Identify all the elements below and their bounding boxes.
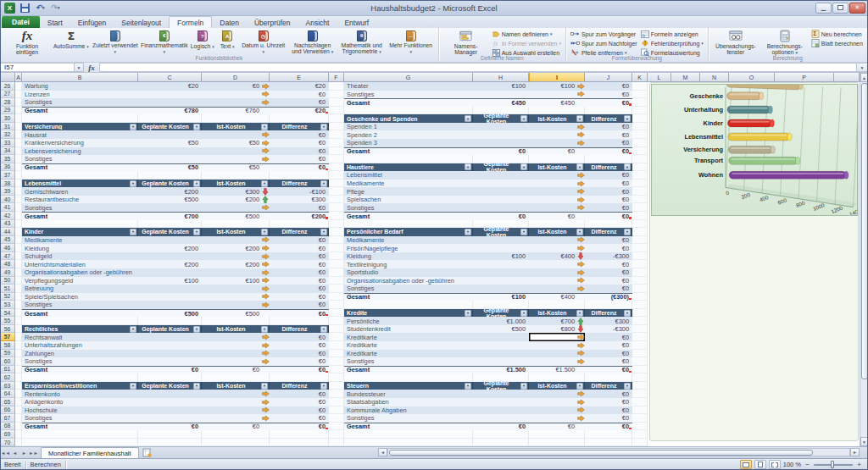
name-box[interactable]: I57 xyxy=(0,63,75,72)
grid-cell-planned[interactable]: €200 xyxy=(138,260,202,268)
nachschlagen-und-verweisen-button[interactable]: Nachschlagen und Verweisen ▾ xyxy=(288,29,337,55)
grid-cell-diff[interactable]: €0 xyxy=(585,244,632,252)
grid-cell[interactable] xyxy=(529,439,585,447)
filter-button[interactable]: ▼ xyxy=(624,229,631,235)
filter-button[interactable]: ▼ xyxy=(520,115,527,122)
filter-button[interactable]: ▼ xyxy=(465,310,471,317)
grid-cell[interactable] xyxy=(15,228,22,236)
row-header-57[interactable]: 57 xyxy=(0,333,15,341)
grid-cell-label[interactable]: Theater xyxy=(344,82,473,91)
grid-cell[interactable] xyxy=(22,220,138,229)
grid-cell[interactable] xyxy=(329,293,344,301)
grid-cell-planned[interactable]: €100 xyxy=(473,293,529,301)
grid-cell-diff[interactable]: €0 xyxy=(585,341,632,350)
grid-cell-diff[interactable]: €0 xyxy=(270,301,329,309)
grid-cell[interactable] xyxy=(329,333,344,341)
grid-cell[interactable] xyxy=(329,220,344,229)
grid-cell-planned[interactable] xyxy=(138,147,202,156)
grid-cell[interactable] xyxy=(329,252,344,261)
grid-cell-label[interactable]: Gesamt xyxy=(344,147,473,156)
grid-cell[interactable] xyxy=(329,366,344,374)
zoom-level[interactable]: 100 % xyxy=(783,461,801,468)
grid-cell[interactable] xyxy=(632,203,648,212)
grid-cell-planned[interactable]: €50 xyxy=(138,163,202,172)
grid-cell[interactable] xyxy=(15,325,22,334)
grid-cell-actual[interactable]: €200 xyxy=(202,244,270,252)
grid-cell[interactable] xyxy=(585,439,632,447)
grid-cell[interactable] xyxy=(632,244,648,252)
grid-cell-diff[interactable]: €0 xyxy=(270,277,329,285)
grid-cell-planned[interactable]: €20 xyxy=(138,82,202,91)
grid-cell-planned[interactable] xyxy=(473,130,529,139)
grid-cell[interactable] xyxy=(632,171,648,180)
grid-cell-label[interactable]: Anlagenkonto xyxy=(22,398,138,406)
grid-cell[interactable] xyxy=(329,203,344,212)
row-header-58[interactable]: 58 xyxy=(0,341,15,350)
name-box-dropdown-icon[interactable]: ▼ xyxy=(75,63,84,72)
row-header-27[interactable]: 27 xyxy=(0,91,15,99)
spur-zum-nachfolger-button[interactable]: Spur zum Nachfolger xyxy=(569,39,639,47)
grid-cell[interactable] xyxy=(15,373,22,382)
status-calculate[interactable]: Berechnen xyxy=(31,461,61,468)
grid-cell[interactable] xyxy=(329,406,344,415)
select-all-corner[interactable] xyxy=(0,73,15,82)
grid-cell[interactable] xyxy=(15,341,22,350)
grid-cell[interactable] xyxy=(329,123,344,131)
grid-cell-planned[interactable]: €700 xyxy=(138,212,202,220)
row-header-62[interactable]: 62 xyxy=(0,373,15,382)
filter-button[interactable]: ▼ xyxy=(261,383,268,390)
grid-cell[interactable] xyxy=(632,260,648,268)
grid-cell[interactable] xyxy=(202,430,270,439)
grid-cell-actual[interactable] xyxy=(202,268,270,277)
grid-cell[interactable] xyxy=(15,277,22,285)
grid-cell[interactable] xyxy=(344,107,473,115)
grid-cell-diff[interactable]: -€100 xyxy=(270,187,329,196)
grid-cell[interactable] xyxy=(529,155,585,163)
grid-cell[interactable] xyxy=(632,220,648,229)
grid-cell[interactable] xyxy=(329,107,344,115)
grid-cell-diff[interactable]: €0 xyxy=(270,252,329,261)
grid-cell-actual[interactable] xyxy=(529,285,585,293)
überwachungs-fenster-button[interactable]: Überwachungs- fenster xyxy=(711,29,760,55)
grid-cell[interactable] xyxy=(632,155,648,163)
grid-cell-planned[interactable] xyxy=(473,357,529,366)
row-header-61[interactable]: 61 xyxy=(0,366,15,374)
grid-cell[interactable] xyxy=(202,439,270,447)
grid-cell-label[interactable]: Kreditkarte xyxy=(344,341,473,350)
grid-cell-diff[interactable]: €0 xyxy=(270,341,329,350)
redo-icon[interactable]: ↷▾ xyxy=(49,2,62,14)
grid-cell[interactable] xyxy=(15,333,22,341)
column-header-m[interactable]: M xyxy=(671,73,700,82)
grid-cell-planned[interactable] xyxy=(138,98,202,107)
grid-cell[interactable] xyxy=(15,301,22,309)
grid-cell-diff[interactable]: €0 xyxy=(585,357,632,366)
filter-button[interactable]: ▼ xyxy=(465,383,471,390)
grid-cell[interactable] xyxy=(529,220,585,229)
grid-cell-label[interactable]: Verpflegungsgeld xyxy=(22,277,138,285)
grid-cell-label[interactable]: Hausrat xyxy=(22,130,138,139)
grid-cell-label[interactable]: Sonstiges xyxy=(22,98,138,107)
filter-button[interactable]: ▼ xyxy=(193,229,200,235)
grid-cell[interactable] xyxy=(22,317,138,325)
grid-cell-diff[interactable]: €0 xyxy=(585,98,632,107)
grid-cell-actual[interactable]: €450 xyxy=(529,98,585,107)
grid-cell-planned[interactable] xyxy=(138,390,202,398)
grid-cell-diff[interactable]: €0 xyxy=(270,293,329,301)
grid-cell-diff[interactable]: €0 xyxy=(585,350,632,358)
row-header-48[interactable]: 48 xyxy=(0,260,15,268)
grid-cell-diff[interactable]: €20 xyxy=(270,107,329,115)
grid-cell[interactable] xyxy=(270,220,329,229)
grid-cell[interactable] xyxy=(632,114,648,123)
vertical-scroll-thumb[interactable] xyxy=(861,83,868,379)
grid-cell-planned[interactable] xyxy=(138,91,202,99)
grid-cell[interactable] xyxy=(22,373,138,382)
restore-button[interactable] xyxy=(832,3,849,14)
grid-cell[interactable] xyxy=(15,130,22,139)
grid-cell-diff[interactable]: €0 xyxy=(585,187,632,196)
column-header-g[interactable]: G xyxy=(344,73,473,82)
grid-cell-label[interactable]: Sonstiges xyxy=(22,357,138,366)
grid-cell-diff[interactable]: €0 xyxy=(270,366,329,374)
grid-cell-label[interactable]: Krankenversicherung xyxy=(22,139,138,147)
filter-button[interactable]: ▼ xyxy=(261,180,268,187)
grid-cell-planned[interactable]: €780 xyxy=(138,107,202,115)
